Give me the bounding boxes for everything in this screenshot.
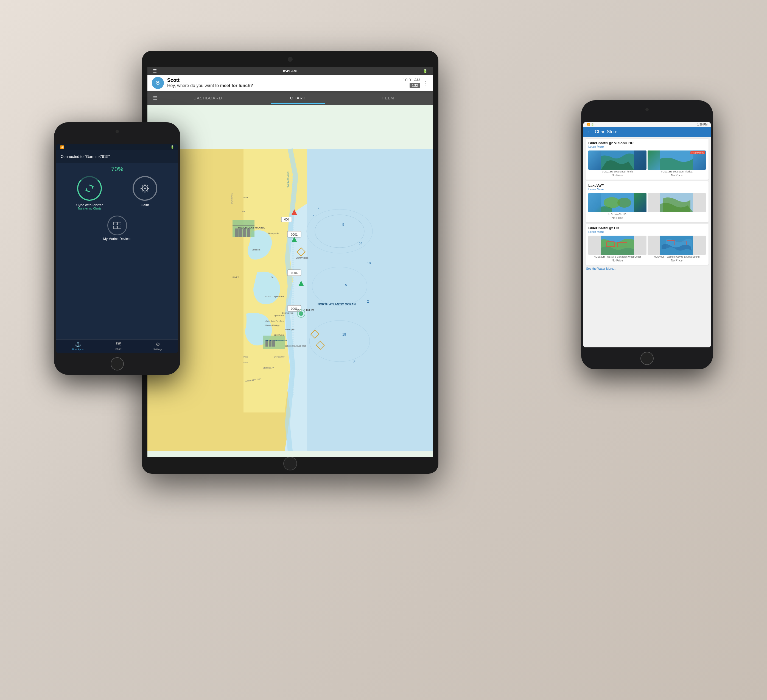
bluechart-g2-vision-learn-more[interactable]: Learn More (588, 145, 706, 148)
svg-rect-6 (247, 228, 250, 237)
svg-text:RIVER: RIVER (232, 276, 239, 279)
tablet-menu-icon[interactable]: ☰ (153, 69, 157, 73)
tab-chart[interactable]: CHART (253, 92, 343, 104)
helm-item: Helm (121, 176, 169, 210)
svg-text:Spoil Area: Spoil Area (274, 295, 284, 298)
notification-sender: Scott (167, 77, 403, 83)
chart-card-header-2: LakeVu™ Learn More (586, 181, 708, 192)
left-phone-device: 📶 🔋 Connected to "Garmin-7915" ⋮ 70% (54, 122, 180, 375)
svg-text:HAULOVER MARINA: HAULOVER MARINA (266, 339, 287, 341)
svg-point-70 (144, 188, 146, 189)
tablet-status-bar: ☰ 8:49 AM 🔋 (147, 67, 433, 75)
svg-rect-1 (307, 149, 433, 451)
svg-rect-3 (235, 228, 239, 237)
svg-text:DUND PIPE: DUND PIPE (231, 193, 233, 204)
svg-text:7: 7 (312, 214, 314, 218)
svg-text:PA: PA (242, 210, 245, 212)
chart-nav-icon: 🗺 (116, 341, 121, 347)
bluechart-g2-hd-learn-more[interactable]: Learn More (588, 230, 706, 233)
left-phone-header: Connected to "Garmin-7915" ⋮ (56, 150, 178, 163)
svg-text:7: 7 (318, 207, 319, 210)
tablet-time: 8:49 AM (283, 69, 296, 73)
back-button[interactable]: ← (587, 129, 592, 135)
sync-plotter-button[interactable] (77, 176, 102, 201)
helm-button[interactable] (133, 176, 157, 201)
svg-text:000: 000 (285, 218, 289, 221)
tablet-notification[interactable]: S Scott Hey, where do you want to meet f… (147, 75, 433, 91)
nav-boat-apps[interactable]: ⚓ Boat Apps (72, 341, 83, 351)
tablet-camera (288, 57, 293, 62)
right-phone-home-button[interactable] (640, 352, 654, 365)
chart-card-header-1: BlueChart® g2 Vision® HD Learn More (586, 139, 708, 149)
left-phone-home-button[interactable] (111, 357, 124, 370)
svg-text:Piles: Piles (243, 356, 248, 358)
marine-devices-label: My Marine Devices (103, 237, 131, 241)
svg-text:MAULE LAKE MARINA: MAULE LAKE MARINA (238, 226, 265, 229)
svg-rect-80 (118, 222, 121, 225)
chart-price-hd-1: No Price (588, 259, 646, 263)
left-phone-more-button[interactable]: ⋮ (169, 153, 174, 159)
svg-line-75 (142, 185, 143, 186)
tab-helm[interactable]: HELM (343, 92, 433, 104)
find-more-tag: FIND MORE (691, 151, 705, 154)
tablet-map[interactable]: 0001 0004 0003 000 7 5 23 18 5 2 18 21 (147, 105, 433, 457)
chart-label-hus020r: HUS020R - US All & Canadian West Coast (588, 255, 646, 259)
bluechart-g2-hd-images: HUS020R - US All & Canadian West Coast N… (586, 234, 708, 265)
chart-price-1: No Price (588, 174, 646, 178)
svg-text:Broward College: Broward College (266, 324, 280, 327)
chart-img-walkers-cay[interactable] (648, 236, 706, 255)
nav-boat-apps-label: Boat Apps (72, 348, 83, 351)
svg-text:5: 5 (342, 223, 344, 226)
see-more-link[interactable]: See the Water More... (583, 266, 711, 271)
notification-msg-plain: Hey, where do you want to (167, 83, 220, 88)
scene: ☰ 8:49 AM 🔋 S Scott Hey, where do you wa… (54, 34, 713, 666)
svg-text:Spoil Area: Spoil Area (274, 334, 284, 336)
chart-img-southwest-fl[interactable]: FIND MORE (648, 150, 706, 170)
left-phone-battery: 🔋 (170, 145, 174, 149)
chart-label-hus4005: HUS4005 - Walkers Cay to Exuma Sound (648, 255, 706, 259)
chart-card-header-3: BlueChart® g2 HD Learn More (586, 224, 708, 234)
svg-text:0004: 0004 (291, 271, 298, 274)
nav-settings[interactable]: ⚙ Settings (153, 341, 162, 351)
left-phone-camera (116, 130, 119, 133)
left-phone-connection-title: Connected to "Garmin-7915" (60, 154, 110, 159)
lakevu-learn-more[interactable]: Learn More (588, 188, 706, 191)
tablet-hamburger-icon[interactable]: ☰ (147, 91, 163, 105)
sync-plotter-label: Sync with Plotter (76, 203, 103, 207)
tablet-nav-tabs: ☰ DASHBOARD CHART HELM (147, 91, 433, 105)
sync-plotter-item: Sync with Plotter Transferring Charts (65, 176, 114, 210)
helm-label: Helm (141, 203, 149, 207)
svg-text:PA: PA (271, 276, 274, 278)
marine-devices-button[interactable] (107, 215, 127, 235)
notification-more-button[interactable]: ⋮ (423, 80, 428, 86)
nav-chart[interactable]: 🗺 Chart (115, 341, 121, 351)
chart-store-content[interactable]: BlueChart® g2 Vision® HD Learn More (583, 137, 711, 348)
lakevu-image-col-1: U.S. LakeVu HD No Price (588, 193, 646, 220)
right-phone-camera (645, 108, 649, 111)
tablet-home-button[interactable] (283, 457, 297, 470)
chart-label-vus018r-1: VUS018R-Southeast Florida (588, 170, 646, 174)
boat-apps-icon: ⚓ (75, 341, 81, 348)
chart-img-us-canadian[interactable] (588, 236, 646, 255)
svg-text:18: 18 (342, 333, 346, 336)
svg-rect-4 (239, 228, 242, 237)
tablet-battery: 🔋 (423, 69, 427, 73)
svg-text:NORTH ATLANTIC OCEAN: NORTH ATLANTIC OCEAN (318, 303, 356, 306)
svg-text:Obstn: Obstn (266, 295, 271, 297)
lakevu-card: LakeVu™ Learn More (586, 181, 708, 222)
svg-text:18: 18 (367, 261, 371, 265)
svg-text:Foul: Foul (243, 196, 248, 199)
svg-rect-82 (118, 226, 121, 229)
svg-text:INTRACOASTAL: INTRACOASTAL (287, 171, 290, 188)
tab-dashboard[interactable]: DASHBOARD (163, 92, 253, 104)
chart-img-lakevu-2[interactable] (648, 193, 706, 212)
chart-img-us-lakevu[interactable] (588, 193, 646, 212)
lakevu-images: U.S. LakeVu HD No Price (586, 192, 708, 222)
svg-point-65 (299, 311, 303, 316)
chart-store-title: Chart Store (595, 129, 617, 134)
chart-img-southeast-fl[interactable] (588, 150, 646, 170)
svg-text:Obstn rep.PA: Obstn rep.PA (263, 367, 274, 369)
svg-text:Subm pile: Subm pile (285, 328, 294, 331)
notification-content: Scott Hey, where do you want to meet for… (167, 77, 403, 88)
right-phone-status-bar: 📶 🔋 1:36 PM (583, 122, 711, 127)
